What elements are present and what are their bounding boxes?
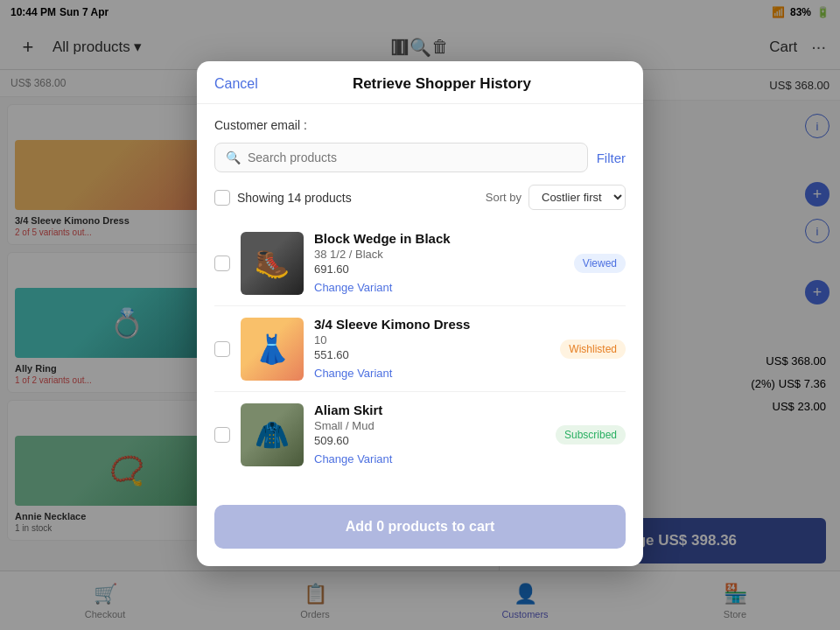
item-price-3: 509.60 [314, 434, 545, 447]
change-variant-link-2[interactable]: Change Variant [314, 367, 392, 380]
sort-row: Sort by Costlier first [486, 185, 626, 210]
item-name-1: Block Wedge in Black [314, 231, 564, 246]
item-badge-1: Viewed [574, 254, 626, 273]
change-variant-link-3[interactable]: Change Variant [314, 452, 392, 466]
item-checkbox-2[interactable] [214, 341, 230, 357]
add-to-cart-button[interactable]: Add 0 products to cart [214, 505, 626, 549]
sort-select[interactable]: Costlier first [528, 185, 626, 210]
cancel-button[interactable]: Cancel [214, 76, 258, 92]
product-list-item: 🥾 Block Wedge in Black 38 1/2 / Black 69… [214, 220, 626, 306]
item-variant-2: 10 [314, 333, 550, 346]
item-price-1: 691.60 [314, 262, 564, 276]
item-variant-1: 38 1/2 / Black [314, 248, 564, 261]
retrieve-shopper-history-modal: Cancel Retrieve Shopper History Customer… [197, 61, 643, 566]
customer-email-label: Customer email : [214, 118, 626, 132]
skirt-icon: 🧥 [255, 418, 290, 452]
item-name-3: Aliam Skirt [314, 402, 545, 417]
item-image-2: 👗 [241, 318, 304, 381]
item-badge-3: Subscribed [556, 425, 626, 444]
dress-icon: 👗 [255, 332, 290, 366]
item-variant-3: Small / Mud [314, 419, 545, 432]
search-icon: 🔍 [226, 150, 241, 164]
search-input[interactable] [248, 150, 577, 164]
showing-text: Showing 14 products [237, 191, 352, 205]
item-details-2: 3/4 Sleeve Kimono Dress 10 551.60 Change… [314, 317, 550, 381]
select-all-checkbox[interactable] [214, 190, 230, 206]
change-variant-link-1[interactable]: Change Variant [314, 281, 392, 294]
modal-header: Cancel Retrieve Shopper History [197, 61, 643, 104]
item-details-1: Block Wedge in Black 38 1/2 / Black 691.… [314, 231, 564, 295]
search-box: 🔍 [214, 143, 588, 172]
item-name-2: 3/4 Sleeve Kimono Dress [314, 317, 550, 332]
product-list-item-3: 🧥 Aliam Skirt Small / Mud 509.60 Change … [214, 392, 626, 477]
item-checkbox-3[interactable] [214, 427, 230, 443]
item-badge-2: Wishlisted [560, 340, 626, 359]
search-row: 🔍 Filter [214, 143, 626, 172]
item-image-3: 🧥 [241, 403, 304, 466]
modal-title: Retrieve Shopper History [258, 75, 626, 93]
boot-icon: 🥾 [255, 247, 290, 280]
product-list: 🥾 Block Wedge in Black 38 1/2 / Black 69… [214, 220, 626, 477]
item-details-3: Aliam Skirt Small / Mud 509.60 Change Va… [314, 402, 545, 466]
item-checkbox-1[interactable] [214, 256, 230, 271]
product-list-item-2: 👗 3/4 Sleeve Kimono Dress 10 551.60 Chan… [214, 306, 626, 392]
item-price-2: 551.60 [314, 348, 550, 361]
sort-by-label: Sort by [486, 191, 522, 204]
showing-left: Showing 14 products [214, 190, 352, 206]
modal-body: Customer email : 🔍 Filter Showing 14 pro… [197, 104, 643, 491]
filter-button[interactable]: Filter [597, 150, 626, 165]
showing-row: Showing 14 products Sort by Costlier fir… [214, 185, 626, 210]
item-image-1: 🥾 [241, 232, 304, 295]
